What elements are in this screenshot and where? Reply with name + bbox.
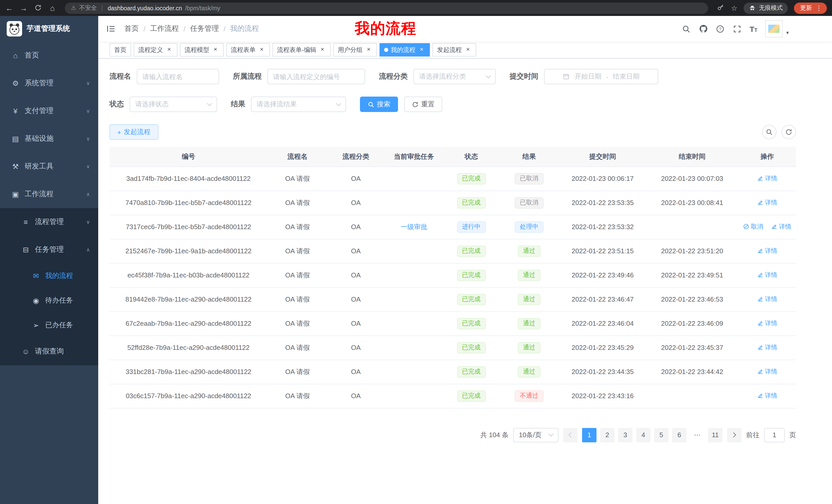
browser-back-icon[interactable]: ← (5, 4, 14, 12)
detail-link[interactable]: 详情 (771, 222, 791, 231)
svg-text:?: ? (719, 27, 722, 31)
end-date-placeholder[interactable]: 结束日期 (613, 72, 640, 81)
process-name: OA 请假 (285, 223, 310, 230)
hamburger-icon[interactable] (106, 24, 116, 33)
current-task-link[interactable]: 一级审批 (400, 223, 427, 230)
browser-refresh-icon[interactable] (34, 4, 42, 12)
detail-link[interactable]: 详情 (757, 295, 777, 304)
search-icon[interactable] (682, 24, 691, 33)
toggle-search-button[interactable] (762, 125, 777, 139)
sidebar-item-payment-mgmt[interactable]: ¥ 支付管理 (0, 97, 98, 125)
page-size-select[interactable]: 10条/页 (513, 428, 558, 442)
breadcrumb-item[interactable]: 首页 / (125, 24, 150, 33)
result-badge: 通过 (518, 270, 541, 281)
breadcrumb-item[interactable]: 工作流程 / (150, 24, 190, 33)
breadcrumb-item[interactable]: 我的流程 / (230, 24, 259, 33)
tab[interactable]: 首页 (109, 43, 131, 57)
page-button[interactable]: 6 (672, 428, 686, 442)
close-icon[interactable]: × (365, 46, 372, 53)
goto-page-input[interactable] (764, 428, 785, 442)
page-button[interactable]: 11 (708, 428, 723, 442)
cancel-link[interactable]: 取消 (743, 222, 763, 231)
detail-link[interactable]: 详情 (757, 247, 777, 255)
parent-process-input[interactable] (267, 69, 365, 84)
fullscreen-icon[interactable] (732, 24, 742, 33)
prev-page-button[interactable] (563, 428, 577, 442)
table-row: 331bc281-7b9a-11ec-a290-acde48001122 OA … (109, 360, 796, 384)
search-button[interactable]: 搜索 (360, 96, 398, 112)
edit-icon (757, 320, 763, 327)
close-icon[interactable]: × (418, 46, 425, 53)
result-select[interactable]: 请选择流结果 (251, 96, 346, 112)
page-button[interactable]: 2 (600, 428, 615, 442)
process-category: OA (351, 319, 361, 327)
tab[interactable]: 我的流程 × (380, 43, 430, 57)
browser-home-icon[interactable]: ⌂ (48, 4, 57, 12)
tab[interactable]: 流程表单 × (226, 43, 270, 57)
start-date-placeholder[interactable]: 开始日期 (575, 72, 601, 81)
sidebar-item-system-mgmt[interactable]: ⚙ 系统管理 (0, 69, 98, 97)
reset-button[interactable]: 重置 (404, 96, 442, 112)
process-name-input[interactable] (137, 69, 219, 84)
github-icon[interactable] (699, 24, 708, 33)
close-icon[interactable]: × (464, 46, 471, 53)
close-icon[interactable]: × (319, 46, 326, 53)
breadcrumb-label[interactable]: 工作流程 (150, 24, 179, 33)
browser-forward-icon[interactable]: → (20, 4, 28, 12)
key-icon[interactable] (717, 4, 725, 12)
close-icon[interactable]: × (258, 46, 265, 53)
tab[interactable]: 流程模型 × (180, 43, 224, 57)
date-range-picker[interactable]: 开始日期 - 结束日期 (544, 69, 658, 84)
page-button[interactable]: 5 (654, 428, 669, 442)
detail-link[interactable]: 详情 (757, 174, 777, 183)
sidebar-item-done-tasks[interactable]: ➢ 已办任务 (0, 313, 98, 338)
update-button[interactable]: 更新 ⋮ (794, 2, 827, 13)
address-bar[interactable]: ⚠ 不安全 dashboard.yudao.iocoder.cn/bpm/tas… (65, 2, 708, 13)
help-icon[interactable]: ? (716, 24, 725, 33)
tab[interactable]: 流程表单-编辑 × (272, 43, 331, 57)
detail-link[interactable]: 详情 (757, 198, 777, 207)
breadcrumb-label[interactable]: 任务管理 (190, 24, 219, 33)
page-button[interactable]: 1 (582, 428, 597, 442)
next-page-button[interactable] (727, 428, 742, 442)
close-icon[interactable]: × (165, 46, 173, 53)
sidebar-item-my-process[interactable]: ✉ 我的流程 (0, 263, 98, 288)
refresh-table-button[interactable] (782, 125, 796, 139)
page-button[interactable]: ⋯ (690, 428, 704, 442)
sidebar-item-task-mgmt[interactable]: ⊟ 任务管理 (0, 236, 98, 263)
sidebar-item-todo-tasks[interactable]: ◉ 待办任务 (0, 288, 98, 313)
sidebar-item-infrastructure[interactable]: ▤ 基础设施 (0, 125, 98, 152)
breadcrumb-label[interactable]: 我的流程 (230, 24, 259, 33)
tab[interactable]: 用户分组 × (333, 43, 377, 57)
breadcrumb-label[interactable]: 首页 (125, 24, 139, 33)
detail-link[interactable]: 详情 (757, 343, 777, 352)
breadcrumb-item[interactable]: 任务管理 / (190, 24, 230, 33)
category-label: 流程分类 (379, 72, 408, 81)
page-button[interactable]: 4 (636, 428, 650, 442)
detail-link[interactable]: 详情 (757, 367, 777, 376)
font-size-icon[interactable]: TT (750, 25, 757, 33)
close-icon[interactable]: × (212, 46, 219, 53)
url-path: /bpm/task/my (185, 5, 220, 11)
browser-menu-icon[interactable]: ⋮ (815, 4, 822, 12)
tab[interactable]: 发起流程 × (433, 43, 476, 57)
detail-link[interactable]: 详情 (757, 319, 777, 328)
avatar-caret-icon[interactable]: ▾ (786, 30, 789, 35)
page-button[interactable]: 3 (618, 428, 632, 442)
status-select[interactable]: 请选择状态 (130, 96, 217, 112)
category-select[interactable]: 请选择流程分类 (413, 69, 496, 84)
column-header: 结果 (499, 147, 560, 166)
sidebar-item-workflow[interactable]: ▣ 工作流程 (0, 180, 98, 208)
sidebar-item-home[interactable]: ⌂ 首页 (0, 41, 98, 69)
sidebar-item-process-mgmt[interactable]: ≡ 流程管理 (0, 208, 98, 236)
avatar[interactable] (765, 20, 783, 37)
create-process-button[interactable]: + 发起流程 (109, 124, 158, 140)
sidebar-item-leave-query[interactable]: ☺ 请假查询 (0, 338, 98, 365)
detail-link[interactable]: 详情 (757, 271, 777, 279)
detail-link[interactable]: 详情 (757, 391, 777, 400)
tab[interactable]: 流程定义 × (134, 43, 177, 57)
sidebar-item-dev-tools[interactable]: ⚒ 研发工具 (0, 152, 98, 180)
filter-parent-process: 所属流程 (233, 69, 365, 84)
edit-icon (757, 344, 763, 351)
bookmark-star-icon[interactable]: ☆ (731, 4, 737, 12)
